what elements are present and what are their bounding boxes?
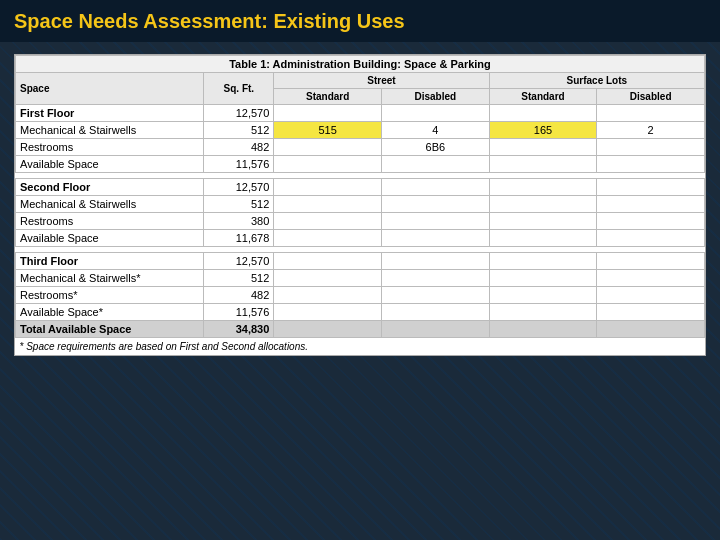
tf-rest-surf-std (489, 287, 597, 304)
first-floor-label: First Floor (16, 105, 204, 122)
tf-rest-surf-dis (597, 287, 705, 304)
tf-mech-street-std (274, 270, 382, 287)
tf-mech-street-dis (382, 270, 490, 287)
sf-avail-sqft: 11,678 (204, 230, 274, 247)
table-row: Restrooms 482 6B6 (16, 139, 705, 156)
third-floor-sqft: 12,570 (204, 253, 274, 270)
second-floor-sqft: 12,570 (204, 179, 274, 196)
sf-avail-label: Available Space (16, 230, 204, 247)
table-row: Mechanical & Stairwells* 512 (16, 270, 705, 287)
sf-surf-std (489, 179, 597, 196)
tf-street-std (274, 253, 382, 270)
ff-rest-street-std (274, 139, 382, 156)
ff-street-std (274, 105, 382, 122)
sf-rest-surf-dis (597, 213, 705, 230)
total-row: Total Available Space 34,830 (16, 321, 705, 338)
col-header-space: Space (16, 73, 204, 105)
col-sub-surface-disabled: Disabled (597, 89, 705, 105)
sf-mech-label: Mechanical & Stairwells (16, 196, 204, 213)
tf-rest-street-dis (382, 287, 490, 304)
third-floor-label: Third Floor (16, 253, 204, 270)
ff-mech-sqft: 512 (204, 122, 274, 139)
sf-rest-street-std (274, 213, 382, 230)
sf-avail-surf-dis (597, 230, 705, 247)
sf-mech-surf-dis (597, 196, 705, 213)
ff-mech-surf-dis: 2 (597, 122, 705, 139)
sf-mech-surf-std (489, 196, 597, 213)
table-row: Available Space 11,576 (16, 156, 705, 173)
sf-avail-street-dis (382, 230, 490, 247)
tf-street-dis (382, 253, 490, 270)
section-header-third-floor: Third Floor 12,570 (16, 253, 705, 270)
sf-rest-surf-std (489, 213, 597, 230)
ff-mech-surf-std: 165 (489, 122, 597, 139)
tf-avail-street-dis (382, 304, 490, 321)
sf-rest-street-dis (382, 213, 490, 230)
ff-avail-sqft: 11,576 (204, 156, 274, 173)
col-header-sqft: Sq. Ft. (204, 73, 274, 105)
ff-rest-label: Restrooms (16, 139, 204, 156)
ff-rest-surf-dis (597, 139, 705, 156)
col-sub-street-disabled: Disabled (382, 89, 490, 105)
table-row: Available Space 11,678 (16, 230, 705, 247)
table-container: Table 1: Administration Building: Space … (14, 54, 706, 356)
tf-surf-dis (597, 253, 705, 270)
sf-street-dis (382, 179, 490, 196)
tf-rest-label: Restrooms* (16, 287, 204, 304)
tf-avail-surf-std (489, 304, 597, 321)
title-highlight: Existing Uses (273, 10, 404, 32)
ff-surf-dis (597, 105, 705, 122)
sf-mech-street-dis (382, 196, 490, 213)
tf-rest-street-std (274, 287, 382, 304)
table-row: Restrooms* 482 (16, 287, 705, 304)
col-header-row-1: Space Sq. Ft. Street Surface Lots (16, 73, 705, 89)
total-sqft: 34,830 (204, 321, 274, 338)
ff-street-dis (382, 105, 490, 122)
sf-rest-label: Restrooms (16, 213, 204, 230)
sf-avail-street-std (274, 230, 382, 247)
space-parking-table: Table 1: Administration Building: Space … (15, 55, 705, 355)
page-header: Space Needs Assessment: Existing Uses (0, 0, 720, 42)
second-floor-label: Second Floor (16, 179, 204, 196)
table-row: Available Space* 11,576 (16, 304, 705, 321)
sf-rest-sqft: 380 (204, 213, 274, 230)
total-label: Total Available Space (16, 321, 204, 338)
page-title: Space Needs Assessment: Existing Uses (14, 10, 405, 33)
tf-mech-sqft: 512 (204, 270, 274, 287)
table-row: Mechanical & Stairwells 512 515 4 165 2 (16, 122, 705, 139)
note-row: * Space requirements are based on First … (16, 338, 705, 356)
tf-avail-sqft: 11,576 (204, 304, 274, 321)
tf-avail-label: Available Space* (16, 304, 204, 321)
footnote: * Space requirements are based on First … (16, 338, 705, 356)
sf-surf-dis (597, 179, 705, 196)
section-header-second-floor: Second Floor 12,570 (16, 179, 705, 196)
total-surf-std (489, 321, 597, 338)
table-caption-row: Table 1: Administration Building: Space … (16, 56, 705, 73)
total-street-std (274, 321, 382, 338)
ff-rest-surf-std (489, 139, 597, 156)
table-row: Restrooms 380 (16, 213, 705, 230)
ff-mech-street-std: 515 (274, 122, 382, 139)
ff-surf-std (489, 105, 597, 122)
sf-street-std (274, 179, 382, 196)
tf-avail-street-std (274, 304, 382, 321)
tf-mech-surf-dis (597, 270, 705, 287)
first-floor-sqft: 12,570 (204, 105, 274, 122)
ff-avail-surf-std (489, 156, 597, 173)
ff-mech-label: Mechanical & Stairwells (16, 122, 204, 139)
table-row: Mechanical & Stairwells 512 (16, 196, 705, 213)
ff-avail-surf-dis (597, 156, 705, 173)
ff-avail-street-dis (382, 156, 490, 173)
col-header-surface: Surface Lots (489, 73, 704, 89)
tf-mech-label: Mechanical & Stairwells* (16, 270, 204, 287)
ff-rest-sqft: 482 (204, 139, 274, 156)
tf-mech-surf-std (489, 270, 597, 287)
col-sub-surface-standard: Standard (489, 89, 597, 105)
tf-surf-std (489, 253, 597, 270)
ff-rest-street-dis: 6B6 (382, 139, 490, 156)
total-street-dis (382, 321, 490, 338)
ff-avail-street-std (274, 156, 382, 173)
sf-mech-sqft: 512 (204, 196, 274, 213)
table-caption: Table 1: Administration Building: Space … (16, 56, 705, 73)
sf-avail-surf-std (489, 230, 597, 247)
